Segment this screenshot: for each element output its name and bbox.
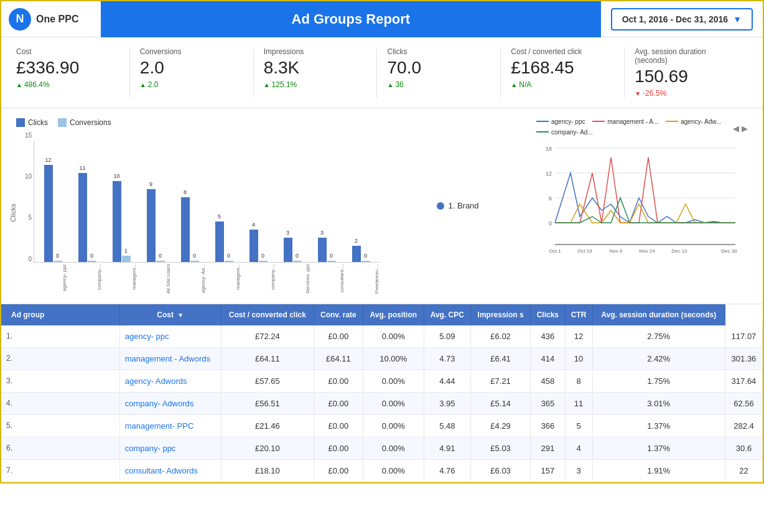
bar-chart-legend: Clicks Conversions bbox=[16, 118, 380, 127]
cell-avg-session-4: 282.4 bbox=[725, 414, 762, 437]
col-clicks[interactable]: Clicks bbox=[531, 304, 565, 325]
svg-text:18: 18 bbox=[546, 146, 552, 152]
cell-impressions-2: 458 bbox=[531, 370, 565, 392]
cell-avg-pos-5: 4.91 bbox=[424, 437, 470, 459]
col-avg-position[interactable]: Avg. position bbox=[363, 304, 424, 325]
bar-clicks-0: 12 bbox=[44, 165, 53, 262]
logo-icon: N bbox=[9, 8, 31, 30]
bar-conv-2: 1 bbox=[122, 256, 131, 262]
table-row: 2. management - Adwords £64.11 £64.11 10… bbox=[1, 347, 763, 370]
cell-avg-pos-4: 5.48 bbox=[424, 414, 470, 437]
x-label-3: All Site Users bbox=[138, 264, 171, 298]
cell-avg-pos-0: 5.09 bbox=[424, 325, 470, 348]
bar-conv-9: 0 bbox=[361, 261, 370, 262]
svg-text:12: 12 bbox=[546, 170, 552, 177]
legend-company-ad-label: company- Ad... bbox=[551, 129, 593, 136]
y-tick-5: 5 bbox=[16, 214, 32, 221]
col-cost[interactable]: Cost ▼ bbox=[119, 304, 221, 325]
cell-cost-4: £21.46 bbox=[221, 414, 314, 437]
bar-clicks-2: 10 bbox=[113, 181, 121, 262]
cell-ctr-4: 1.37% bbox=[592, 414, 725, 437]
bar-conv-3: 0 bbox=[156, 261, 165, 262]
cell-avg-cpc-2: £7.21 bbox=[470, 370, 530, 392]
legend-clicks-label: Clicks bbox=[28, 118, 48, 127]
bar-conv-6: 0 bbox=[259, 261, 268, 262]
cell-cost-1: £64.11 bbox=[221, 347, 314, 370]
cell-conv-rate-2: 0.00% bbox=[363, 370, 424, 392]
cell-avg-session-0: 117.07 bbox=[725, 325, 762, 348]
bar-group-2: 101 bbox=[105, 181, 137, 262]
cell-name-4[interactable]: management- PPC bbox=[119, 414, 221, 437]
y-tick-10: 10 bbox=[16, 173, 32, 180]
col-ad-group[interactable]: Ad group bbox=[1, 304, 119, 325]
logo-area: N One PPC bbox=[1, 8, 101, 30]
chart-next-icon[interactable]: ▶ bbox=[742, 124, 748, 133]
table-row: 7. consultant- Adwords £18.10 £0.00 0.00… bbox=[1, 459, 763, 482]
kpi-value-0: £336.90 bbox=[16, 58, 119, 78]
bar-chart-container: Clicks Conversions Clicks 15 10 5 0 1201… bbox=[16, 118, 380, 294]
cell-ctr-6: 1.91% bbox=[592, 459, 725, 482]
bar-clicks-4: 8 bbox=[181, 197, 190, 262]
col-avg-session[interactable]: Avg. session duration (seconds) bbox=[592, 304, 725, 325]
cell-cpc-4: £0.00 bbox=[314, 414, 363, 437]
cell-name-2[interactable]: agency- Adwords bbox=[119, 370, 221, 392]
chart-nav: ◀ ▶ bbox=[733, 124, 748, 133]
cell-ctr-1: 2.42% bbox=[592, 347, 725, 370]
cell-name-3[interactable]: company- Adwords bbox=[119, 392, 221, 414]
legend-agency-adw-color bbox=[666, 121, 678, 122]
bar-clicks-3: 9 bbox=[147, 189, 156, 262]
bar-group-9: 20 bbox=[345, 246, 377, 262]
table-container: Ad group Cost ▼ Cost / converted click C… bbox=[1, 304, 763, 482]
cell-name-1[interactable]: management - Adwords bbox=[119, 347, 221, 370]
cell-avg-cpc-5: £5.03 bbox=[470, 437, 530, 459]
col-impressions[interactable]: Impression s bbox=[470, 304, 530, 325]
cell-ctr-0: 2.75% bbox=[592, 325, 725, 348]
cell-clicks-5: 4 bbox=[565, 437, 592, 459]
cell-conv-rate-1: 10.00% bbox=[363, 347, 424, 370]
cell-name-5[interactable]: company- ppc bbox=[119, 437, 221, 459]
scatter-label: 1. Brand bbox=[448, 201, 478, 210]
table-body: 1. agency- ppc £72.24 £0.00 0.00% 5.09 £… bbox=[1, 325, 763, 482]
cell-name-0[interactable]: agency- ppc bbox=[119, 325, 221, 348]
cell-ctr-5: 1.37% bbox=[592, 437, 725, 459]
bar-group-3: 90 bbox=[139, 189, 172, 262]
legend-agency-adw: agency- Adw... bbox=[666, 118, 721, 125]
cell-clicks-2: 8 bbox=[565, 370, 592, 392]
kpi-label-3: Clicks bbox=[387, 47, 490, 56]
kpi-value-5: 150.69 bbox=[635, 67, 738, 86]
col-ctr[interactable]: CTR bbox=[565, 304, 592, 325]
cell-clicks-1: 10 bbox=[565, 347, 592, 370]
cell-avg-pos-1: 4.73 bbox=[424, 347, 470, 370]
kpi-1: Conversions 2.0 2.0 bbox=[130, 47, 254, 98]
cell-impressions-3: 365 bbox=[531, 392, 565, 414]
cell-cost-6: £18.10 bbox=[221, 459, 314, 482]
legend-agency-adw-label: agency- Adw... bbox=[681, 118, 721, 125]
cell-clicks-0: 12 bbox=[565, 325, 592, 348]
cell-conv-rate-6: 0.00% bbox=[363, 459, 424, 482]
col-cost-converted[interactable]: Cost / converted click bbox=[221, 304, 314, 325]
cell-num-1: 2. bbox=[1, 347, 119, 370]
page-title: Ad Groups Report bbox=[101, 1, 601, 37]
bar-conv-4: 0 bbox=[190, 261, 199, 262]
cell-avg-cpc-3: £5.14 bbox=[470, 392, 530, 414]
bar-group-6: 40 bbox=[242, 230, 274, 262]
kpi-0: Cost £336.90 486.4% bbox=[16, 47, 130, 98]
chart-prev-icon[interactable]: ◀ bbox=[733, 124, 739, 133]
col-avg-cpc[interactable]: Avg. CPC bbox=[424, 304, 470, 325]
date-range-button[interactable]: Oct 1, 2016 - Dec 31, 2016 ▼ bbox=[611, 8, 753, 30]
x-label-4: agency- Ad... bbox=[173, 264, 206, 298]
cell-name-6[interactable]: consultant- Adwords bbox=[119, 459, 221, 482]
kpi-value-2: 8.3K bbox=[264, 58, 367, 78]
y-axis-label: Clicks bbox=[9, 203, 17, 222]
cell-avg-cpc-4: £4.29 bbox=[470, 414, 530, 437]
cell-avg-pos-6: 4.76 bbox=[424, 459, 470, 482]
line-chart-container: agency- ppc management - A... agency- Ad… bbox=[536, 118, 748, 294]
col-conv-rate[interactable]: Conv. rate bbox=[314, 304, 363, 325]
svg-text:Oct 1: Oct 1 bbox=[549, 248, 561, 254]
legend-conversions: Conversions bbox=[58, 118, 111, 127]
logo-text: One PPC bbox=[36, 14, 78, 25]
y-tick-15: 15 bbox=[16, 132, 32, 139]
cell-avg-session-3: 62.56 bbox=[725, 392, 762, 414]
kpi-4: Cost / converted click £168.45 N/A bbox=[501, 47, 625, 98]
cell-avg-cpc-1: £6.41 bbox=[470, 347, 530, 370]
